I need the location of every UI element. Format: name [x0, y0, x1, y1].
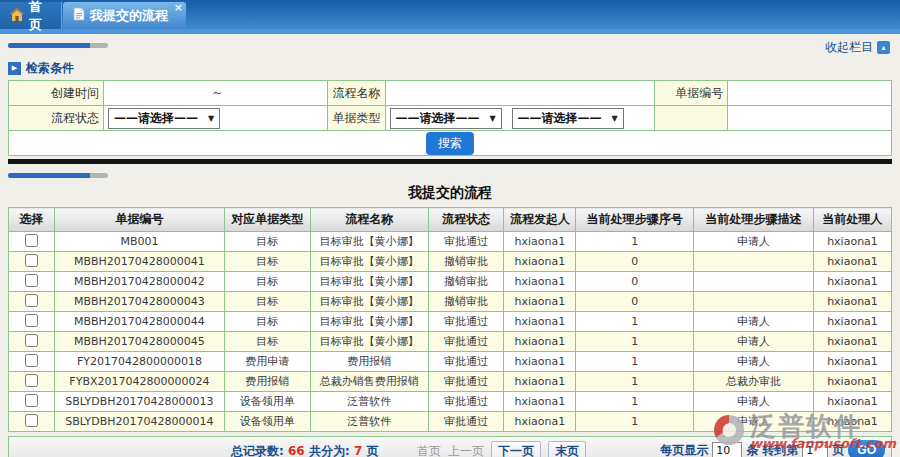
row-checkbox[interactable] — [25, 314, 38, 327]
handler-cell: hxiaona1 — [813, 252, 891, 272]
row-checkbox[interactable] — [25, 354, 38, 367]
select-cell — [9, 412, 55, 432]
horizontal-scrollbar[interactable] — [8, 173, 900, 178]
step-desc-cell: 总裁办审批 — [694, 372, 814, 392]
doc-no-link[interactable]: FY2017042800000018 — [54, 352, 224, 372]
divider-bar — [8, 159, 892, 164]
step-desc-cell — [694, 252, 814, 272]
doc-no-link[interactable]: MBBH20170428000041 — [54, 252, 224, 272]
initiator-cell: hxiaona1 — [504, 332, 576, 352]
step-no-cell: 0 — [576, 272, 694, 292]
row-checkbox[interactable] — [25, 274, 38, 287]
pagination-prev[interactable]: 上一页 — [448, 443, 484, 457]
per-page-unit: 条 — [746, 442, 758, 457]
table-row: MBBH20170428000042目标目标审批【黄小娜】撤销审批hxiaona… — [9, 272, 892, 292]
empty-label-cell — [655, 106, 728, 131]
search-section-header[interactable]: ▶ 检索条件 — [8, 60, 900, 77]
column-header-1: 单据编号 — [54, 208, 224, 232]
handler-cell: hxiaona1 — [813, 272, 891, 292]
doc-type-select-1[interactable]: ——请选择—— ▼ — [390, 108, 502, 129]
column-header-7: 当前处理步骤描述 — [694, 208, 814, 232]
pagination-last[interactable]: 末页 — [548, 441, 586, 457]
goto-page-input[interactable] — [802, 442, 828, 457]
collapse-panel-link[interactable]: 收起栏目 ▴ — [825, 39, 890, 56]
status-cell: 撤销审批 — [428, 272, 504, 292]
process-name-cell: 目标审批【黄小娜】 — [310, 252, 428, 272]
status-cell: 审批通过 — [428, 352, 504, 372]
pagination-next[interactable]: 下一页 — [491, 441, 541, 457]
status-cell: 审批通过 — [428, 332, 504, 352]
doc-no-link[interactable]: SBLYDBH20170428000013 — [54, 392, 224, 412]
page-count: 7 — [354, 444, 362, 457]
range-separator: ~ — [108, 86, 327, 100]
step-no-cell: 1 — [576, 232, 694, 252]
row-checkbox[interactable] — [25, 254, 38, 267]
app-window: 首页 我提交的流程 × 收起栏目 ▴ ▶ 检索条件 创建时间 ~ — [0, 0, 900, 457]
process-table: 选择单据编号对应单据类型流程名称流程状态流程发起人当前处理步骤序号当前处理步骤描… — [8, 207, 892, 432]
row-checkbox[interactable] — [25, 334, 38, 347]
row-checkbox[interactable] — [25, 294, 38, 307]
doc-no-link[interactable]: MBBH20170428000045 — [54, 332, 224, 352]
search-button[interactable]: 搜索 — [426, 132, 474, 155]
row-checkbox[interactable] — [25, 414, 38, 427]
document-icon — [73, 7, 85, 24]
doc-no-link[interactable]: FYBX2017042800000024 — [54, 372, 224, 392]
process-status-select[interactable]: ——请选择—— ▼ — [108, 108, 220, 129]
initiator-cell: hxiaona1 — [504, 272, 576, 292]
doc-no-link[interactable]: SBLYDBH20170428000014 — [54, 412, 224, 432]
handler-cell: hxiaona1 — [813, 232, 891, 252]
horizontal-scrollbar[interactable] — [8, 43, 108, 48]
initiator-cell: hxiaona1 — [504, 232, 576, 252]
doc-type-select-2[interactable]: ——请选择—— ▼ — [512, 108, 624, 129]
tab-home[interactable]: 首页 — [0, 2, 62, 29]
doc-type-cell: 目标 — [224, 272, 310, 292]
doc-no-link[interactable]: MBBH20170428000044 — [54, 312, 224, 332]
initiator-cell: hxiaona1 — [504, 252, 576, 272]
step-desc-cell — [694, 292, 814, 312]
per-page-input[interactable] — [712, 442, 742, 457]
handler-cell: hxiaona1 — [813, 372, 891, 392]
tab-current-label: 我提交的流程 — [90, 7, 168, 25]
select-cell — [9, 252, 55, 272]
process-name-cell: 目标审批【黄小娜】 — [310, 292, 428, 312]
row-checkbox[interactable] — [25, 374, 38, 387]
process-name-cell: 目标审批【黄小娜】 — [310, 232, 428, 252]
doc-no-link[interactable]: MBBH20170428000043 — [54, 292, 224, 312]
total-count: 66 — [288, 444, 305, 457]
initiator-cell: hxiaona1 — [504, 412, 576, 432]
process-name-cell: 费用报销 — [310, 352, 428, 372]
process-name-cell: 总裁办销售费用报销 — [310, 372, 428, 392]
chevron-down-icon: ▼ — [208, 114, 214, 123]
table-row: MBBH20170428000045目标目标审批【黄小娜】审批通过hxiaona… — [9, 332, 892, 352]
status-cell: 撤销审批 — [428, 252, 504, 272]
process-name-label: 流程名称 — [327, 81, 385, 106]
pagination-first[interactable]: 首页 — [417, 443, 441, 457]
goto-label: 转到第 — [762, 442, 798, 457]
tab-my-processes[interactable]: 我提交的流程 × — [63, 2, 186, 29]
column-header-6: 当前处理步骤序号 — [576, 208, 694, 232]
doc-no-link[interactable]: MB001 — [54, 232, 224, 252]
go-button[interactable]: GO — [848, 440, 885, 457]
create-time-range-field[interactable]: ~ — [103, 81, 327, 106]
status-cell: 审批通过 — [428, 372, 504, 392]
doc-no-label: 单据编号 — [655, 81, 728, 106]
doc-type-cell: 目标 — [224, 332, 310, 352]
status-cell: 审批通过 — [428, 232, 504, 252]
doc-type-cell: 目标 — [224, 232, 310, 252]
arrow-right-icon: ▶ — [8, 62, 21, 75]
row-checkbox[interactable] — [25, 234, 38, 247]
doc-no-link[interactable]: MBBH20170428000042 — [54, 272, 224, 292]
initiator-cell: hxiaona1 — [504, 392, 576, 412]
doc-type-cell: 设备领用单 — [224, 412, 310, 432]
close-icon[interactable]: × — [174, 2, 183, 13]
initiator-cell: hxiaona1 — [504, 352, 576, 372]
row-checkbox[interactable] — [25, 394, 38, 407]
column-header-2: 对应单据类型 — [224, 208, 310, 232]
search-form: 创建时间 ~ 流程名称 单据编号 流程状态 ——请选择—— ▼ 单据类型 ——请… — [8, 80, 892, 156]
table-row: MBBH20170428000044目标目标审批【黄小娜】审批通过hxiaona… — [9, 312, 892, 332]
select-cell — [9, 352, 55, 372]
doc-no-input[interactable] — [728, 81, 892, 106]
toolbar: 收起栏目 ▴ — [0, 34, 900, 58]
status-cell: 撤销审批 — [428, 292, 504, 312]
process-name-input[interactable] — [385, 81, 655, 106]
